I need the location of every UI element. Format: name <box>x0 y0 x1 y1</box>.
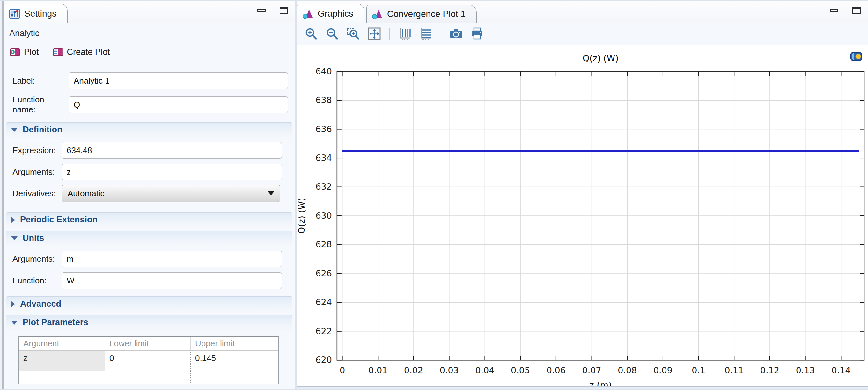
derivatives-select[interactable]: Automatic <box>62 185 280 202</box>
settings-content: Analytic Plot Create P <box>3 23 295 389</box>
units-function-input[interactable] <box>62 272 282 289</box>
node-type-label: Analytic <box>3 23 295 38</box>
print-icon <box>470 27 485 41</box>
arguments-input[interactable] <box>62 164 282 180</box>
plot-button-label: Plot <box>24 47 39 57</box>
svg-text:0.08: 0.08 <box>618 365 637 375</box>
graphics-window-controls <box>830 7 861 14</box>
print-button[interactable] <box>469 26 485 42</box>
section-units[interactable]: Units <box>6 231 292 245</box>
svg-text:0.09: 0.09 <box>653 365 673 375</box>
svg-text:0.07: 0.07 <box>582 365 601 375</box>
svg-text:632: 632 <box>315 182 332 192</box>
column-header[interactable]: Lower limit <box>104 337 190 351</box>
plot-window-icon <box>372 9 383 19</box>
zoom-out-icon <box>325 27 340 41</box>
section-advanced[interactable]: Advanced <box>6 297 292 311</box>
section-title: Plot Parameters <box>23 317 88 328</box>
toolbar-separator <box>441 28 441 40</box>
svg-text:0.1: 0.1 <box>692 365 705 375</box>
plot-icon <box>10 48 20 56</box>
svg-text:630: 630 <box>315 211 332 221</box>
zoom-box-icon <box>346 27 361 41</box>
svg-text:628: 628 <box>315 239 332 249</box>
settings-icon <box>9 8 21 20</box>
units-arguments-row: Arguments: <box>3 251 295 267</box>
units-function-label: Function: <box>12 276 62 286</box>
svg-text:636: 636 <box>315 124 332 134</box>
minimize-icon[interactable] <box>830 9 838 12</box>
svg-text:0.04: 0.04 <box>475 365 494 375</box>
label-input[interactable] <box>68 73 288 89</box>
chevron-down-icon <box>11 321 18 325</box>
function-name-input[interactable] <box>68 96 288 113</box>
plot-button[interactable]: Plot <box>10 47 39 57</box>
float-icon[interactable] <box>280 7 288 14</box>
zoom-in-icon <box>304 27 318 41</box>
chevron-down-icon <box>11 236 18 240</box>
svg-text:640: 640 <box>315 66 332 76</box>
svg-text:624: 624 <box>315 297 332 307</box>
section-definition[interactable]: Definition <box>6 122 292 137</box>
table-header-row: Argument Lower limit Upper limit <box>19 337 278 351</box>
create-plot-button[interactable]: Create Plot <box>53 47 110 57</box>
expression-label: Expression: <box>12 145 62 156</box>
column-header[interactable]: Argument <box>19 337 104 351</box>
function-name-row: Function name: <box>3 95 295 115</box>
column-header[interactable]: Upper limit <box>190 337 278 351</box>
svg-text:0.12: 0.12 <box>760 365 779 375</box>
svg-text:620: 620 <box>315 355 332 365</box>
settings-window-controls <box>257 7 288 14</box>
svg-text:0: 0 <box>340 365 345 375</box>
tab-graphics[interactable]: Graphics <box>297 3 365 23</box>
svg-text:0.13: 0.13 <box>796 365 815 375</box>
expression-input[interactable] <box>62 142 282 159</box>
zoom-extents-icon <box>367 27 382 41</box>
minimize-icon[interactable] <box>257 9 266 12</box>
chevron-down-icon <box>11 128 18 132</box>
graphics-tab-label: Graphics <box>318 9 353 19</box>
svg-text:0.14: 0.14 <box>831 365 850 375</box>
settings-panel: Settings Analytic Plot <box>3 1 295 389</box>
zoom-box-button[interactable] <box>345 26 361 42</box>
zoom-out-button[interactable] <box>324 26 340 42</box>
tab-settings[interactable]: Settings <box>3 3 68 23</box>
float-icon[interactable] <box>852 7 861 14</box>
section-plot-parameters[interactable]: Plot Parameters <box>6 315 292 330</box>
derivatives-value: Automatic <box>68 189 104 198</box>
create-plot-button-label: Create Plot <box>67 47 110 57</box>
panel-bottom-strip <box>297 387 868 389</box>
svg-text:0.01: 0.01 <box>368 365 388 375</box>
convergence-tab-label: Convergence Plot 1 <box>387 9 466 19</box>
x-axis-grid-button[interactable] <box>418 26 434 42</box>
plot-window-icon <box>302 9 314 19</box>
svg-text:Q(z) (W): Q(z) (W) <box>297 198 306 233</box>
plot-canvas[interactable]: 00.010.020.030.040.050.060.070.080.090.1… <box>297 45 868 387</box>
comsol-plot-icon[interactable] <box>850 51 863 62</box>
tab-convergence-plot-1[interactable]: Convergence Plot 1 <box>366 5 477 23</box>
expression-row: Expression: <box>3 142 295 159</box>
upper-limit-cell[interactable]: 0.145 <box>190 351 278 384</box>
svg-text:0.11: 0.11 <box>724 365 744 375</box>
svg-text:0.03: 0.03 <box>440 365 459 375</box>
y-axis-grid-button[interactable] <box>397 26 413 42</box>
lower-limit-cell[interactable]: 0 <box>104 351 190 384</box>
argument-cell[interactable]: z <box>19 351 104 384</box>
chevron-down-icon <box>268 192 274 195</box>
label-field-label: Label: <box>12 76 68 86</box>
collapsed-panel-edge <box>0 1 3 389</box>
zoom-extents-button[interactable] <box>366 26 382 42</box>
y-axis-grid-icon <box>397 27 412 41</box>
svg-text:0.02: 0.02 <box>404 365 423 375</box>
image-snapshot-button[interactable] <box>448 26 464 42</box>
derivatives-label: Derivatives: <box>12 189 62 198</box>
zoom-in-button[interactable] <box>303 26 319 42</box>
plot-svg: 00.010.020.030.040.050.060.070.080.090.1… <box>297 45 868 387</box>
units-function-row: Function: <box>3 272 295 289</box>
section-title: Units <box>23 233 44 243</box>
units-arguments-input[interactable] <box>62 251 282 267</box>
plot-parameters-table: Argument Lower limit Upper limit z 0 0.1… <box>19 336 279 384</box>
section-periodic-extension[interactable]: Periodic Extension <box>6 212 292 227</box>
settings-tab-label: Settings <box>24 9 57 19</box>
table-row[interactable]: z 0 0.145 <box>19 351 278 384</box>
